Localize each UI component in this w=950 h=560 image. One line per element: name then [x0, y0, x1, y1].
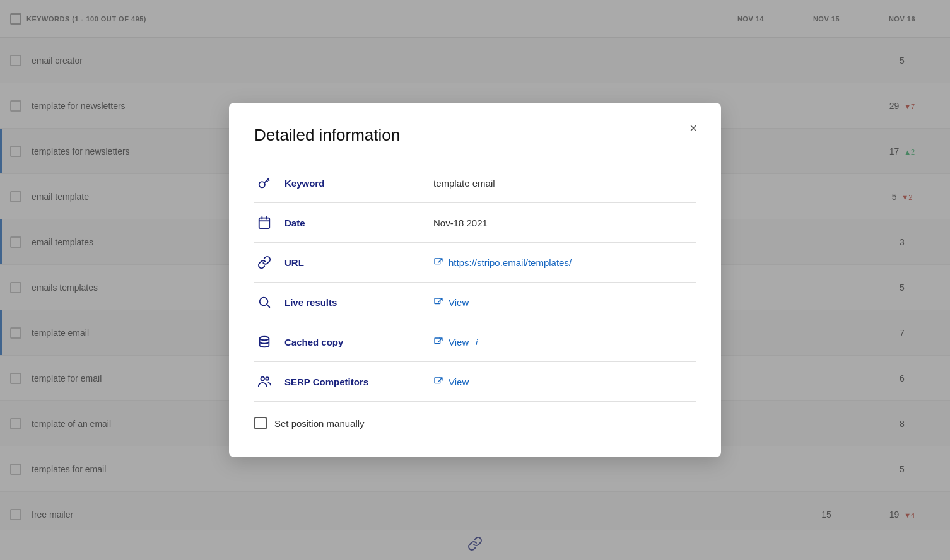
url-link[interactable]: https://stripo.email/templates/ [433, 257, 696, 268]
live-results-link-text: View [449, 297, 469, 308]
modal-overlay[interactable]: Detailed information × Keyword template … [0, 0, 950, 560]
cached-copy-link[interactable]: View i [433, 337, 696, 347]
search-icon [254, 295, 274, 309]
live-results-link[interactable]: View [433, 297, 696, 308]
link-icon [254, 255, 274, 269]
set-position-checkbox[interactable] [254, 417, 267, 429]
live-results-label: Live results [284, 297, 423, 308]
url-value: https://stripo.email/templates/ [433, 257, 696, 268]
key-icon [254, 176, 274, 190]
users-icon [254, 375, 274, 388]
external-link-icon [433, 337, 443, 347]
date-label: Date [284, 218, 423, 228]
set-position-label: Set position manually [274, 418, 365, 429]
serp-competitors-value: View [433, 376, 696, 387]
cached-copy-value: View i [433, 337, 696, 347]
svg-point-5 [260, 337, 269, 341]
cached-copy-link-text: View [449, 337, 469, 347]
url-label: URL [284, 257, 423, 268]
serp-competitors-link[interactable]: View [433, 376, 696, 387]
set-position-row: Set position manually [254, 402, 696, 432]
svg-point-7 [261, 377, 265, 381]
modal-title: Detailed information [254, 125, 696, 145]
database-icon [254, 335, 274, 349]
modal-dialog: Detailed information × Keyword template … [229, 103, 721, 457]
info-row-keyword: Keyword template email [254, 163, 696, 203]
cached-copy-info: i [476, 337, 478, 347]
svg-point-8 [266, 377, 269, 380]
modal-close-button[interactable]: × [683, 118, 703, 138]
serp-competitors-label: SERP Competitors [284, 376, 423, 387]
calendar-icon [254, 216, 274, 230]
external-link-icon [433, 297, 443, 307]
keyword-value: template email [433, 178, 696, 189]
external-link-icon [433, 376, 443, 387]
svg-point-0 [259, 182, 265, 187]
svg-point-3 [260, 298, 268, 306]
info-row-serp-competitors: SERP Competitors View [254, 362, 696, 402]
external-link-icon [433, 257, 443, 267]
info-row-live-results: Live results View [254, 283, 696, 322]
live-results-value: View [433, 297, 696, 308]
info-row-date: Date Nov-18 2021 [254, 203, 696, 243]
info-row-url: URL https://stripo.email/templates/ [254, 243, 696, 283]
svg-rect-1 [259, 218, 270, 229]
keyword-label: Keyword [284, 178, 423, 189]
serp-competitors-link-text: View [449, 376, 469, 387]
cached-copy-label: Cached copy [284, 337, 423, 347]
date-value: Nov-18 2021 [433, 218, 696, 228]
url-text: https://stripo.email/templates/ [449, 257, 572, 268]
info-row-cached-copy: Cached copy View i [254, 322, 696, 362]
